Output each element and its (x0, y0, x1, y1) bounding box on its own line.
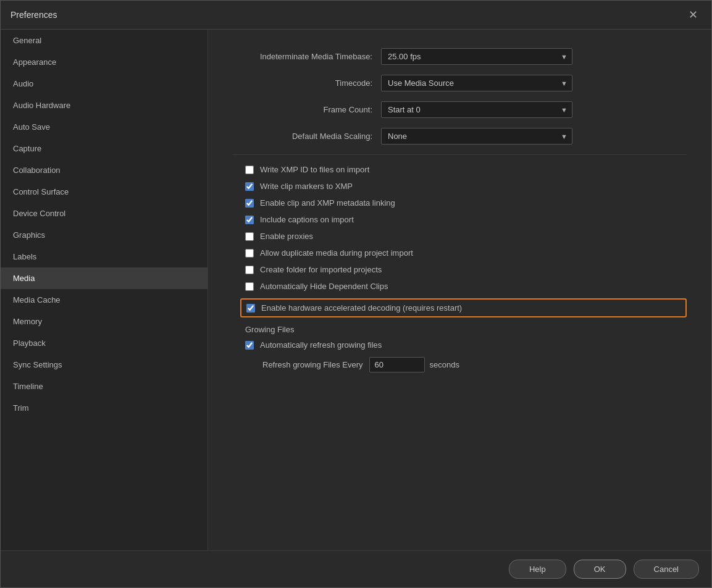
timecode-label: Timecode: (233, 78, 381, 88)
sidebar-item-auto-save[interactable]: Auto Save (1, 116, 207, 138)
growing-files-title: Growing Files (233, 325, 687, 334)
divider (233, 154, 687, 155)
cancel-button[interactable]: Cancel (634, 560, 699, 579)
title-bar: Preferences ✕ (1, 1, 711, 30)
indeterminate-timebase-row: Indeterminate Media Timebase: 23.976 fps… (233, 48, 687, 65)
sidebar-item-timeline[interactable]: Timeline (1, 376, 207, 397)
sidebar-item-playback[interactable]: Playback (1, 332, 207, 354)
enable-proxies-checkbox[interactable] (245, 232, 254, 241)
write-xmp-id-label: Write XMP ID to files on import (260, 165, 369, 174)
auto-refresh-checkbox[interactable] (245, 341, 254, 350)
sidebar-item-graphics[interactable]: Graphics (1, 224, 207, 246)
write-clip-markers-label: Write clip markers to XMP (260, 182, 353, 191)
sidebar-item-general[interactable]: General (1, 30, 207, 51)
enable-proxies-row: Enable proxies (233, 232, 687, 241)
frame-count-label: Frame Count: (233, 105, 381, 114)
preferences-dialog: Preferences ✕ General Appearance Audio A… (0, 0, 712, 588)
include-captions-checkbox[interactable] (245, 216, 254, 224)
sidebar-item-device-control[interactable]: Device Control (1, 203, 207, 224)
enable-clip-xmp-label: Enable clip and XMP metadata linking (260, 198, 395, 208)
dialog-body: General Appearance Audio Audio Hardware … (1, 30, 711, 550)
create-folder-row: Create folder for imported projects (233, 265, 687, 274)
allow-duplicate-label: Allow duplicate media during project imp… (260, 248, 413, 258)
include-captions-row: Include captions on import (233, 215, 687, 224)
dialog-footer: Help OK Cancel (1, 550, 711, 587)
allow-duplicate-checkbox[interactable] (245, 249, 254, 258)
dialog-title: Preferences (10, 10, 57, 20)
auto-hide-dependent-row: Automatically Hide Dependent Clips (233, 282, 687, 291)
timecode-select-wrapper: Use Media Source Drop Frame Non-Drop Fra… (381, 75, 572, 91)
sidebar-item-media[interactable]: Media (1, 267, 207, 289)
frame-count-select-wrapper: Start at 0 Start at 1 ▼ (381, 101, 572, 118)
sidebar-item-audio-hardware[interactable]: Audio Hardware (1, 94, 207, 116)
sidebar-item-control-surface[interactable]: Control Surface (1, 181, 207, 203)
ok-button[interactable]: OK (574, 560, 626, 579)
enable-clip-xmp-checkbox[interactable] (245, 199, 254, 208)
sidebar-item-appearance[interactable]: Appearance (1, 51, 207, 73)
sidebar-item-sync-settings[interactable]: Sync Settings (1, 354, 207, 376)
write-xmp-id-row: Write XMP ID to files on import (233, 165, 687, 174)
sidebar-item-media-cache[interactable]: Media Cache (1, 289, 207, 311)
sidebar-item-memory[interactable]: Memory (1, 311, 207, 332)
include-captions-label: Include captions on import (260, 215, 354, 224)
write-clip-markers-row: Write clip markers to XMP (233, 182, 687, 191)
frame-count-row: Frame Count: Start at 0 Start at 1 ▼ (233, 101, 687, 118)
hardware-accelerated-row: Enable hardware accelerated decoding (re… (240, 298, 687, 317)
refresh-interval-input[interactable] (369, 357, 425, 372)
content-area: Indeterminate Media Timebase: 23.976 fps… (208, 30, 711, 550)
frame-count-select[interactable]: Start at 0 Start at 1 (381, 101, 572, 118)
write-clip-markers-checkbox[interactable] (245, 182, 254, 191)
sidebar-item-labels[interactable]: Labels (1, 246, 207, 267)
sidebar-item-audio[interactable]: Audio (1, 73, 207, 94)
sidebar-item-collaboration[interactable]: Collaboration (1, 159, 207, 181)
timecode-select[interactable]: Use Media Source Drop Frame Non-Drop Fra… (381, 75, 572, 91)
allow-duplicate-row: Allow duplicate media during project imp… (233, 248, 687, 258)
enable-hardware-label: Enable hardware accelerated decoding (re… (261, 303, 462, 313)
sidebar: General Appearance Audio Audio Hardware … (1, 30, 208, 550)
refresh-interval-row: Refresh growing Files Every seconds (233, 357, 687, 372)
auto-refresh-label: Automatically refresh growing files (260, 340, 382, 350)
indeterminate-select-wrapper: 23.976 fps 24 fps 25.00 fps 29.97 fps 30… (381, 48, 572, 65)
help-button[interactable]: Help (509, 560, 566, 579)
default-scaling-select-wrapper: None Set to Frame Size Set to Frame Size… (381, 128, 572, 145)
enable-clip-xmp-row: Enable clip and XMP metadata linking (233, 198, 687, 208)
default-scaling-label: Default Media Scaling: (233, 132, 381, 141)
seconds-label: seconds (430, 360, 459, 369)
indeterminate-select[interactable]: 23.976 fps 24 fps 25.00 fps 29.97 fps 30… (381, 48, 572, 65)
timecode-row: Timecode: Use Media Source Drop Frame No… (233, 75, 687, 91)
refresh-interval-label: Refresh growing Files Every (262, 360, 363, 369)
default-scaling-select[interactable]: None Set to Frame Size Set to Frame Size… (381, 128, 572, 145)
create-folder-checkbox[interactable] (245, 266, 254, 274)
growing-files-section: Growing Files Automatically refresh grow… (233, 325, 687, 372)
auto-refresh-row: Automatically refresh growing files (233, 340, 687, 350)
auto-hide-dependent-label: Automatically Hide Dependent Clips (260, 282, 388, 291)
write-xmp-id-checkbox[interactable] (245, 166, 254, 174)
create-folder-label: Create folder for imported projects (260, 265, 382, 274)
indeterminate-label: Indeterminate Media Timebase: (233, 52, 381, 61)
default-scaling-row: Default Media Scaling: None Set to Frame… (233, 128, 687, 145)
enable-hardware-checkbox[interactable] (246, 304, 255, 313)
sidebar-item-capture[interactable]: Capture (1, 138, 207, 159)
enable-proxies-label: Enable proxies (260, 232, 313, 241)
auto-hide-dependent-checkbox[interactable] (245, 282, 254, 291)
sidebar-item-trim[interactable]: Trim (1, 397, 207, 419)
close-button[interactable]: ✕ (685, 8, 702, 22)
